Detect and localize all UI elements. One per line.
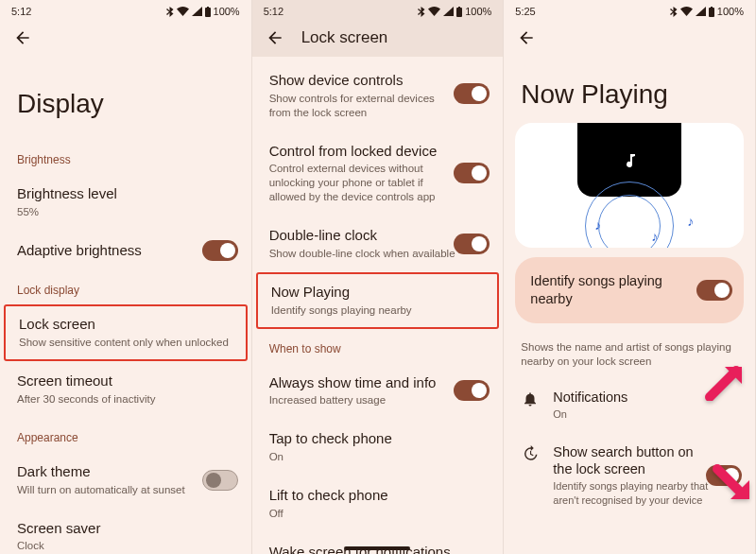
signal-icon (443, 7, 454, 16)
lock-screen-row[interactable]: Lock screen Show sensitive content only … (4, 304, 248, 361)
identify-songs-toggle[interactable] (696, 280, 732, 301)
row-title: Lift to check phone (269, 487, 487, 505)
row-title: Show device controls (269, 72, 487, 90)
row-subtitle: Off (269, 507, 487, 521)
signal-icon (696, 7, 706, 16)
status-bar: 5:12 100% (252, 0, 504, 19)
always-show-toggle[interactable] (454, 380, 490, 401)
status-icons: 100% (418, 6, 491, 17)
back-icon[interactable] (517, 28, 536, 47)
row-subtitle: Identify songs playing nearby that aren'… (553, 479, 713, 507)
status-time: 5:25 (515, 6, 535, 17)
music-note-icon: ♪ (651, 229, 658, 244)
signal-icon (192, 7, 202, 16)
now-playing-illustration: ♪ ♪ ♪ (515, 123, 744, 248)
battery-percent: 100% (717, 6, 744, 17)
row-subtitle: On (269, 450, 487, 464)
history-search-icon (522, 445, 539, 462)
row-title: Lock screen (19, 316, 232, 334)
control-from-locked-toggle[interactable] (454, 163, 490, 183)
status-icons: 100% (670, 6, 744, 17)
svg-rect-4 (709, 8, 714, 17)
wifi-icon (680, 7, 693, 16)
brightness-level-row[interactable]: Brightness level 55% (0, 174, 251, 231)
row-subtitle: Show double-line clock when available (269, 247, 487, 261)
double-line-clock-row[interactable]: Double-line clock Show double-line clock… (252, 216, 504, 272)
page-title: Display (0, 57, 251, 140)
section-lock-display: Lock display (0, 270, 251, 304)
annotation-arrow-1 (704, 359, 746, 405)
row-subtitle: Will turn on automatically at sunset (17, 483, 234, 497)
screen-saver-row[interactable]: Screen saver Clock (0, 509, 251, 555)
wifi-icon (428, 7, 440, 16)
row-title: Screen timeout (17, 372, 234, 390)
bell-icon (522, 390, 539, 407)
adaptive-brightness-toggle[interactable] (202, 240, 238, 261)
section-appearance: Appearance (0, 418, 251, 452)
lift-to-check-row[interactable]: Lift to check phone Off (252, 476, 504, 532)
status-icons: 100% (166, 6, 240, 17)
svg-rect-3 (458, 7, 460, 9)
row-subtitle: Control external devices without unlocki… (269, 162, 449, 204)
dark-theme-toggle[interactable] (202, 470, 238, 491)
battery-percent: 100% (214, 6, 240, 17)
battery-icon (456, 7, 462, 17)
device-controls-toggle[interactable] (454, 83, 490, 104)
battery-percent: 100% (465, 6, 491, 17)
svg-rect-5 (711, 7, 713, 9)
row-subtitle: Identify songs playing nearby (271, 303, 485, 318)
battery-icon (205, 7, 211, 17)
page-title: Now Playing (504, 57, 755, 123)
always-show-row[interactable]: Always show time and info Increased batt… (252, 363, 504, 420)
row-title: Screen saver (17, 520, 234, 538)
nav-pill[interactable] (344, 546, 410, 550)
now-playing-row[interactable]: Now Playing Identify songs playing nearb… (256, 272, 500, 329)
control-from-locked-row[interactable]: Control from locked device Control exter… (252, 131, 504, 216)
identify-songs-row[interactable]: Identify songs playing nearby (515, 257, 744, 323)
row-subtitle: Clock (17, 539, 234, 553)
bluetooth-icon (166, 7, 174, 17)
section-when-to-show: When to show (252, 329, 504, 363)
row-subtitle: After 30 seconds of inactivity (17, 392, 234, 407)
svg-rect-0 (205, 8, 211, 17)
adaptive-brightness-row[interactable]: Adaptive brightness (0, 231, 251, 271)
bluetooth-icon (670, 7, 678, 17)
screen-timeout-row[interactable]: Screen timeout After 30 seconds of inact… (0, 361, 251, 418)
music-note-icon: ♪ (594, 217, 601, 233)
back-icon[interactable] (13, 28, 32, 47)
music-note-icon: ♪ (687, 214, 694, 229)
row-title: Now Playing (271, 284, 485, 302)
svg-rect-1 (207, 7, 209, 9)
row-subtitle: 55% (17, 205, 234, 219)
back-icon[interactable] (266, 28, 284, 47)
row-title: Show search button on the lock screen (553, 443, 713, 477)
row-title: Identify songs playing nearby (530, 272, 672, 308)
wake-for-notifications-row[interactable]: Wake screen for notifications When scree… (252, 532, 504, 554)
status-time: 5:12 (11, 6, 31, 17)
battery-icon (709, 7, 714, 17)
row-subtitle: Show controls for external devices from … (269, 92, 439, 120)
toolbar: Lock screen (252, 19, 504, 57)
row-subtitle: Increased battery usage (269, 393, 487, 407)
lock-screen-settings-screen: 5:12 100% Lock screen Show device contro… (252, 0, 505, 554)
tap-to-check-row[interactable]: Tap to check phone On (252, 419, 504, 476)
row-title: Tap to check phone (269, 430, 487, 448)
annotation-arrow-2 (710, 463, 751, 509)
dark-theme-row[interactable]: Dark theme Will turn on automatically at… (0, 452, 251, 509)
row-title: Brightness level (17, 185, 234, 203)
wifi-icon (177, 7, 189, 16)
page-title: Lock screen (301, 28, 388, 47)
status-time: 5:12 (264, 6, 284, 17)
now-playing-settings-screen: 5:25 100% Now Playing ♪ ♪ ♪ Identify son… (504, 0, 756, 554)
show-device-controls-row[interactable]: Show device controls Show controls for e… (252, 57, 504, 131)
row-subtitle: Show sensitive content only when unlocke… (19, 336, 232, 350)
double-line-clock-toggle[interactable] (454, 234, 490, 254)
music-note-icon (622, 152, 637, 167)
display-settings-screen: 5:12 100% Display Brightness Brightness … (0, 0, 252, 554)
row-title: Control from locked device (269, 143, 487, 161)
status-bar: 5:25 100% (504, 0, 755, 19)
row-subtitle: On (553, 407, 713, 421)
bluetooth-icon (418, 7, 425, 17)
toolbar (0, 19, 251, 57)
svg-rect-2 (456, 8, 462, 17)
